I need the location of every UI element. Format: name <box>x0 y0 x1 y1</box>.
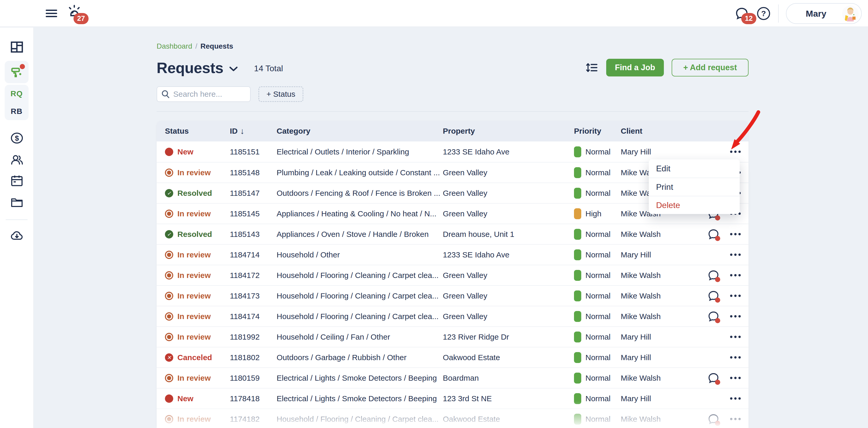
status-label: In review <box>177 333 211 341</box>
sidebar-item-import[interactable] <box>0 227 34 244</box>
calendar-icon <box>10 174 23 187</box>
row-more-menu-button[interactable] <box>730 251 741 258</box>
chat-unread-dot <box>715 277 720 282</box>
help-button[interactable]: ? <box>756 6 771 21</box>
request-id: 1185148 <box>230 168 277 177</box>
context-menu-edit[interactable]: Edit <box>649 160 740 178</box>
chat-indicator-icon[interactable] <box>707 269 720 282</box>
row-more-menu-button[interactable] <box>730 272 741 279</box>
sidebar-item-requests[interactable] <box>5 61 29 83</box>
table-row[interactable]: In review 1184714 Household / Other 1233… <box>157 244 748 265</box>
dashboard-grid-icon <box>10 41 23 53</box>
chat-indicator-icon[interactable] <box>707 310 720 323</box>
priority-pill <box>574 270 581 281</box>
sidebar-item-calendar[interactable] <box>0 170 34 191</box>
priority-pill <box>574 414 581 425</box>
sidebar-item-dashboard[interactable] <box>0 36 34 58</box>
sidebar-item-payments[interactable]: $ <box>0 127 34 149</box>
sidebar-item-files[interactable] <box>0 191 34 213</box>
top-bar: 27 12 ? Mary <box>0 0 868 27</box>
find-job-button[interactable]: Find a Job <box>606 59 664 77</box>
request-id: 1185145 <box>230 209 277 218</box>
context-menu-delete[interactable]: Delete <box>649 196 740 214</box>
row-more-menu-button[interactable] <box>730 395 741 402</box>
column-header-id[interactable]: ID ↓ <box>230 126 277 136</box>
row-more-menu-button[interactable] <box>730 313 741 320</box>
chat-indicator-icon[interactable] <box>707 372 720 384</box>
row-more-menu-button[interactable] <box>730 374 741 382</box>
column-header-priority[interactable]: Priority <box>574 126 621 136</box>
chevron-down-icon[interactable] <box>229 66 238 72</box>
status-icon <box>165 312 173 321</box>
chat-indicator-icon[interactable] <box>707 228 720 240</box>
table-row[interactable]: New 1178418 Electrical / Lights / Smoke … <box>157 388 748 408</box>
context-menu-print[interactable]: Print <box>649 178 740 196</box>
request-category: Plumbing / Leak / Leaking outside / Cons… <box>277 168 443 177</box>
status-icon <box>165 395 173 403</box>
table-header: Status ID ↓ Category Property Priority C… <box>157 121 748 141</box>
priority-pill <box>574 290 581 302</box>
add-request-button[interactable]: + Add request <box>672 59 748 77</box>
alarm-notifications[interactable]: 27 <box>66 3 92 25</box>
topbar-divider <box>778 4 779 23</box>
request-id: 1180159 <box>230 374 277 382</box>
search-icon <box>161 90 170 98</box>
row-more-menu-button[interactable] <box>730 148 741 155</box>
table-row[interactable]: In review 1181992 Household / Ceiling / … <box>157 326 748 347</box>
messages-button[interactable]: 12 <box>735 6 749 21</box>
row-more-menu-button[interactable] <box>730 292 741 299</box>
column-header-category[interactable]: Category <box>277 126 443 136</box>
request-category: Appliances / Oven / Stove / Handle / Bro… <box>277 230 443 239</box>
table-row[interactable]: Resolved 1185143 Appliances / Oven / Sto… <box>157 224 748 244</box>
request-property: Green Valley <box>443 189 574 198</box>
search-box[interactable] <box>157 86 251 102</box>
table-row[interactable]: In review 1174182 Household / Flooring /… <box>157 408 748 428</box>
sidebar: RQ RB $ <box>0 28 34 428</box>
search-input[interactable] <box>173 90 246 98</box>
priority-pill <box>574 373 581 383</box>
row-more-menu-button[interactable] <box>730 354 741 361</box>
user-avatar <box>842 5 859 22</box>
chat-indicator-icon[interactable] <box>707 413 720 425</box>
sidebar-item-rb[interactable]: RB <box>5 103 29 120</box>
page-header: Requests 14 Total Find a Job + Add reque… <box>157 59 748 77</box>
table-row[interactable]: In review 1180159 Electrical / Lights / … <box>157 367 748 388</box>
column-header-status[interactable]: Status <box>165 126 230 136</box>
table-row[interactable]: In review 1184172 Household / Flooring /… <box>157 265 748 285</box>
table-row[interactable]: In review 1184174 Household / Flooring /… <box>157 306 748 326</box>
table-row[interactable]: In review 1184173 Household / Flooring /… <box>157 285 748 306</box>
total-count: 14 Total <box>254 64 283 73</box>
sidebar-item-rq[interactable]: RQ <box>5 85 29 103</box>
help-icon: ? <box>757 7 770 20</box>
table-row[interactable]: New 1185151 Electrical / Outlets / Inter… <box>157 141 748 162</box>
table-row[interactable]: Canceled 1181802 Outdoors / Garbage / Ru… <box>157 347 748 367</box>
status-label: In review <box>177 415 211 424</box>
status-label: Resolved <box>177 230 212 239</box>
request-property: Green Valley <box>443 168 574 177</box>
sidebar-item-clients[interactable] <box>0 149 34 170</box>
row-more-menu-button[interactable] <box>730 333 741 341</box>
row-more-menu-button[interactable] <box>730 415 741 423</box>
hamburger-menu-icon[interactable] <box>46 8 57 19</box>
breadcrumb: Dashboard / Requests <box>157 42 748 51</box>
row-more-menu-button[interactable] <box>730 230 741 238</box>
column-header-client[interactable]: Client <box>621 126 695 136</box>
main-content: Dashboard / Requests Requests 14 Total F… <box>34 28 868 428</box>
priority-pill <box>574 249 581 260</box>
request-property: Oakwood Estate <box>443 415 574 424</box>
chat-unread-dot <box>715 215 720 221</box>
user-menu[interactable]: Mary <box>786 3 862 24</box>
status-filter-chip[interactable]: + Status <box>258 86 303 102</box>
request-property: Green Valley <box>443 271 574 280</box>
chat-indicator-icon[interactable] <box>707 290 720 302</box>
request-property: 123 River Ridge Dr <box>443 333 574 341</box>
column-header-property[interactable]: Property <box>443 126 574 136</box>
priority-pill <box>574 311 581 322</box>
row-density-icon[interactable] <box>585 62 598 74</box>
priority-label: Normal <box>585 333 611 341</box>
priority-pill <box>574 352 581 363</box>
request-client: Mary Hill <box>621 147 695 156</box>
priority-label: Normal <box>585 230 611 239</box>
status-label: New <box>177 147 193 156</box>
breadcrumb-dashboard-link[interactable]: Dashboard <box>157 42 192 51</box>
